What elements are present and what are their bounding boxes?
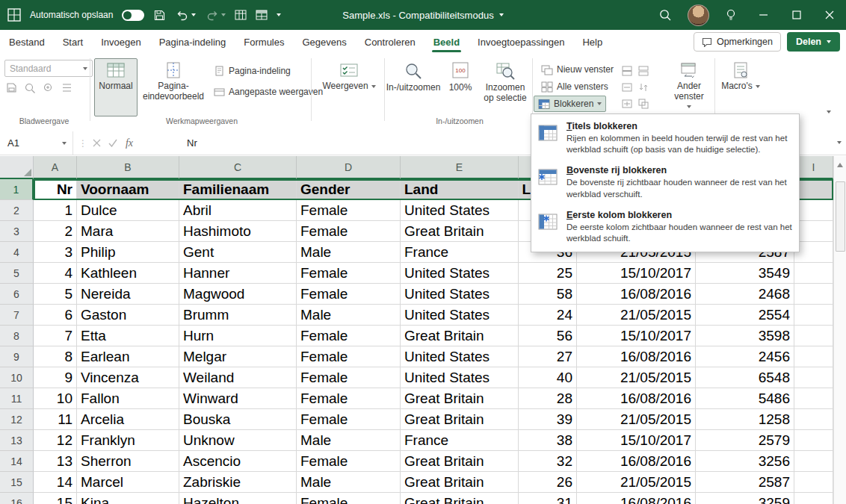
menu-item-freeze-panes[interactable]: Titels blokkeren Rijen en kolommen in be… (531, 116, 799, 161)
normal-view-button[interactable]: Normaal (94, 58, 138, 116)
cell-E12[interactable]: Great Britain (401, 409, 519, 430)
insert-function-button[interactable]: fx (121, 131, 138, 155)
row-header-10[interactable]: 10 (0, 367, 34, 388)
keep-sheet-view-icon[interactable] (6, 82, 17, 96)
tab-invoegen[interactable]: Invoegen (92, 30, 150, 54)
cell-G9[interactable]: 16/08/2016 (577, 346, 696, 367)
cell-I8[interactable] (794, 326, 833, 346)
cell-H8[interactable]: 3598 (696, 326, 794, 346)
enter-check-icon[interactable] (105, 131, 121, 155)
row-header-6[interactable]: 6 (0, 284, 34, 305)
expand-formula-bar-chevron[interactable] (837, 141, 842, 144)
cell-C4[interactable]: Gent (179, 242, 297, 263)
row-header-5[interactable]: 5 (0, 263, 34, 284)
cell-F15[interactable]: 26 (519, 472, 577, 493)
qat-customize-chevron[interactable] (277, 13, 281, 16)
cell-D16[interactable]: Female (297, 493, 401, 504)
cell-G8[interactable]: 15/10/2017 (577, 326, 696, 346)
name-box[interactable]: A1 (0, 131, 73, 155)
column-header-B[interactable]: B (77, 156, 179, 179)
scrollbar-thumb[interactable] (836, 181, 845, 252)
cell-I2[interactable] (794, 200, 833, 221)
cell-C1[interactable]: Familienaam (179, 179, 297, 200)
tab-pagina-indeling[interactable]: Pagina-indeling (150, 30, 235, 54)
cell-D14[interactable]: Female (297, 451, 401, 472)
cell-B6[interactable]: Nereida (77, 284, 179, 305)
cell-I6[interactable] (794, 284, 833, 305)
tab-beeld[interactable]: Beeld (424, 30, 469, 54)
cell-E5[interactable]: United States (401, 263, 519, 284)
close-button[interactable] (813, 0, 846, 30)
autosave-toggle[interactable] (122, 10, 144, 21)
lightbulb-icon[interactable] (714, 0, 747, 30)
cell-H11[interactable]: 5486 (696, 388, 794, 409)
new-window-button[interactable]: Nieuw venster (537, 61, 618, 78)
comments-button[interactable]: Opmerkingen (694, 32, 781, 52)
select-all-corner[interactable] (0, 156, 34, 179)
formula-bar-content[interactable]: Nr (187, 131, 197, 155)
sheet-view-dropdown[interactable]: Standaard (4, 60, 93, 77)
cell-A1[interactable]: Nr (34, 179, 77, 200)
cell-H5[interactable]: 3549 (696, 263, 794, 284)
cell-H14[interactable]: 3256 (696, 451, 794, 472)
row-header-11[interactable]: 11 (0, 388, 34, 409)
cell-E9[interactable]: United States (401, 346, 519, 367)
cell-E14[interactable]: Great Britain (401, 451, 519, 472)
cell-G11[interactable]: 16/08/2016 (577, 388, 696, 409)
cell-E8[interactable]: Great Britain (401, 326, 519, 346)
minimize-button[interactable] (747, 0, 780, 30)
cell-I4[interactable] (794, 242, 833, 263)
cell-E15[interactable]: Great Britain (401, 472, 519, 493)
cell-D10[interactable]: Female (297, 367, 401, 388)
cell-A15[interactable]: 14 (34, 472, 77, 493)
undo-button[interactable] (175, 9, 196, 21)
page-break-preview-button[interactable]: Pagina-eindevoorbeeld (141, 58, 206, 116)
cell-C5[interactable]: Hanner (179, 263, 297, 284)
row-header-9[interactable]: 9 (0, 346, 34, 367)
maximize-button[interactable] (780, 0, 813, 30)
save-button[interactable] (153, 9, 166, 22)
cell-C2[interactable]: Abril (179, 200, 297, 221)
cell-H9[interactable]: 2456 (696, 346, 794, 367)
cell-C11[interactable]: Winward (179, 388, 297, 409)
cell-E1[interactable]: Land (401, 179, 519, 200)
cell-H7[interactable]: 2554 (696, 305, 794, 326)
cell-D6[interactable]: Female (297, 284, 401, 305)
cell-F13[interactable]: 38 (519, 430, 577, 451)
cell-D13[interactable]: Male (297, 430, 401, 451)
cell-E7[interactable]: United States (401, 305, 519, 326)
cell-E2[interactable]: United States (401, 200, 519, 221)
cell-C3[interactable]: Hashimoto (179, 221, 297, 242)
redo-button[interactable] (205, 9, 226, 21)
cell-G13[interactable]: 15/10/2017 (577, 430, 696, 451)
collapse-ribbon-chevron[interactable] (827, 111, 831, 113)
cell-E3[interactable]: Great Britain (401, 221, 519, 242)
page-layout-button[interactable]: Pagina-indeling (209, 63, 295, 79)
tab-gegevens[interactable]: Gegevens (293, 30, 355, 54)
cell-D1[interactable]: Gender (297, 179, 401, 200)
zoom-to-selection-button[interactable]: Inzoomen op selectie (481, 58, 529, 116)
show-group-button[interactable]: Weergeven (317, 58, 381, 116)
tab-invoegtoepassingen[interactable]: Invoegtoepassingen (469, 30, 573, 54)
row-header-14[interactable]: 14 (0, 451, 34, 472)
row-header-2[interactable]: 2 (0, 200, 34, 221)
menu-item-freeze-top-row[interactable]: Bovenste rij blokkeren De bovenste rij z… (531, 161, 799, 205)
cell-I16[interactable] (794, 493, 833, 504)
tab-help[interactable]: Help (573, 30, 611, 54)
reset-window-position-icon[interactable] (634, 96, 653, 112)
cell-F8[interactable]: 56 (519, 326, 577, 346)
cell-G6[interactable]: 16/08/2016 (577, 284, 696, 305)
cell-G16[interactable]: 16/08/2016 (577, 493, 696, 504)
cell-I11[interactable] (794, 388, 833, 409)
cell-A2[interactable]: 1 (34, 200, 77, 221)
vertical-scrollbar[interactable] (833, 156, 846, 504)
cell-I1[interactable] (794, 179, 833, 200)
row-header-12[interactable]: 12 (0, 409, 34, 430)
cell-D7[interactable]: Male (297, 305, 401, 326)
cell-G15[interactable]: 21/05/2015 (577, 472, 696, 493)
cell-A14[interactable]: 13 (34, 451, 77, 472)
row-header-13[interactable]: 13 (0, 430, 34, 451)
tab-formules[interactable]: Formules (235, 30, 293, 54)
row-header-8[interactable]: 8 (0, 326, 34, 346)
exit-sheet-view-icon[interactable] (24, 82, 36, 96)
